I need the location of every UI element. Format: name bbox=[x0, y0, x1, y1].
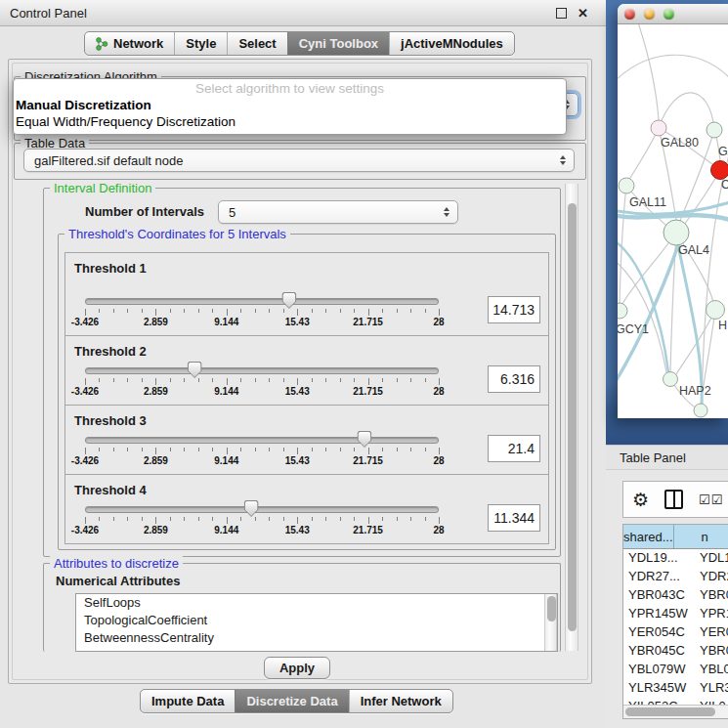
tick-label: 15.43 bbox=[285, 455, 310, 466]
threshold-4-slider-track[interactable] bbox=[85, 506, 439, 513]
table-row[interactable]: YLR345WYLR3 bbox=[623, 678, 728, 697]
table-row[interactable]: YDL19...YDL1 bbox=[623, 548, 728, 567]
network-node-hap2[interactable] bbox=[664, 372, 678, 387]
table-horizontal-scrollbar[interactable] bbox=[623, 705, 728, 718]
network-edge[interactable] bbox=[618, 245, 678, 386]
algorithm-option-equal-width-frequency-discretization[interactable]: Equal Width/Frequency Discretization bbox=[14, 113, 566, 130]
cell-shared-name[interactable]: YDR27... bbox=[623, 567, 692, 585]
threshold-2-slider-thumb[interactable] bbox=[188, 362, 202, 378]
tab-label: Impute Data bbox=[151, 694, 224, 708]
network-node-label: HAP2 bbox=[679, 384, 711, 398]
zoom-traffic-light-icon[interactable] bbox=[664, 9, 674, 20]
algorithm-option-manual-discretization[interactable]: Manual Discretization bbox=[14, 97, 566, 113]
tab-label: Network bbox=[113, 36, 163, 51]
tab-cyni-toolbox[interactable]: Cyni Toolbox bbox=[287, 32, 389, 55]
network-edge[interactable] bbox=[637, 24, 659, 120]
threshold-1-slider[interactable]: -3.4262.8599.14415.4321.71528 bbox=[85, 291, 439, 328]
table-row[interactable]: YER054CYER0 bbox=[623, 622, 728, 641]
table-row[interactable]: YBR043CYBR0 bbox=[623, 585, 728, 604]
threshold-3-slider-track[interactable] bbox=[85, 437, 439, 444]
tab-select[interactable]: Select bbox=[227, 32, 286, 55]
cell-shared-name[interactable]: YPR145W bbox=[623, 604, 692, 622]
threshold-4-slider[interactable]: -3.4262.8599.14415.4321.71528 bbox=[85, 499, 439, 536]
cell-shared-name[interactable]: YBL079W bbox=[623, 660, 692, 678]
network-node-right[interactable] bbox=[707, 301, 725, 320]
tab-impute-data[interactable]: Impute Data bbox=[141, 690, 235, 712]
tab-style[interactable]: Style bbox=[174, 32, 227, 55]
float-window-icon[interactable] bbox=[556, 8, 567, 19]
attributes-list-scrollbar-thumb[interactable] bbox=[547, 596, 556, 621]
split-view-icon[interactable] bbox=[664, 490, 683, 509]
network-node-gal11[interactable] bbox=[619, 178, 634, 193]
cell-name[interactable]: YPR1 bbox=[692, 604, 728, 622]
cell-name[interactable]: YDL1 bbox=[692, 548, 728, 567]
content-scrollbar[interactable] bbox=[565, 184, 578, 651]
close-traffic-light-icon[interactable] bbox=[624, 9, 635, 20]
tab-discretize-data[interactable]: Discretize Data bbox=[235, 690, 348, 712]
tab-network[interactable]: Network bbox=[85, 32, 174, 55]
tab-jactivemnodules[interactable]: jActiveMNodules bbox=[389, 32, 514, 55]
cell-shared-name[interactable]: YER054C bbox=[623, 622, 692, 641]
settings-gear-icon[interactable]: ⚙ bbox=[632, 491, 649, 509]
cell-shared-name[interactable]: YBR045C bbox=[623, 641, 692, 660]
threshold-4-value-field[interactable]: 11.344 bbox=[488, 504, 540, 532]
network-node-gcy1[interactable] bbox=[618, 303, 627, 319]
column-header-shared[interactable]: shared... bbox=[623, 525, 674, 548]
network-edge[interactable] bbox=[627, 128, 659, 183]
table-row[interactable]: YPR145WYPR1 bbox=[623, 604, 728, 622]
table-row[interactable]: YIL052CYIL0 bbox=[623, 697, 728, 705]
table-row[interactable]: YBL079WYBL0 bbox=[623, 660, 728, 678]
content-scrollbar-thumb[interactable] bbox=[568, 203, 577, 631]
threshold-3-slider[interactable]: -3.4262.8599.14415.4321.71528 bbox=[85, 430, 439, 467]
table-row[interactable]: YDR27...YDR2 bbox=[623, 567, 728, 585]
threshold-2-value-field[interactable]: 6.316 bbox=[488, 365, 540, 393]
attributes-list-scrollbar[interactable] bbox=[544, 594, 557, 651]
tab-label: Discretize Data bbox=[246, 694, 337, 708]
network-edge[interactable] bbox=[618, 215, 728, 220]
node-table: shared... n YDL19...YDL1YDR27...YDR2YBR0… bbox=[622, 524, 728, 719]
apply-button[interactable]: Apply bbox=[264, 657, 330, 679]
threshold-3-slider-thumb[interactable] bbox=[357, 431, 371, 448]
threshold-4-slider-thumb[interactable] bbox=[244, 500, 259, 517]
threshold-1-slider-track[interactable] bbox=[85, 298, 439, 305]
cell-name[interactable]: YER0 bbox=[692, 622, 728, 641]
cell-shared-name[interactable]: YDL19... bbox=[623, 548, 692, 567]
cell-name[interactable]: YBL0 bbox=[692, 660, 728, 678]
select-checkboxes-icon[interactable]: ☑☑ bbox=[699, 492, 723, 507]
tick-label: 21.715 bbox=[353, 317, 383, 327]
tick-label: -3.426 bbox=[71, 455, 99, 466]
cell-name[interactable]: YLR3 bbox=[692, 678, 728, 697]
network-node-bottom[interactable] bbox=[694, 404, 707, 417]
threshold-3-value-field[interactable]: 21.4 bbox=[488, 435, 540, 462]
network-canvas[interactable]: GAL80GACGAL11GAL4GCY1HHAP2 bbox=[618, 24, 728, 418]
table-horizontal-scrollbar-thumb[interactable] bbox=[625, 707, 715, 716]
tick-label: -3.426 bbox=[71, 317, 99, 327]
num-intervals-combo[interactable]: 5 bbox=[218, 200, 458, 224]
network-node-top-right[interactable] bbox=[707, 122, 722, 138]
network-edge[interactable] bbox=[618, 55, 728, 83]
cell-name[interactable]: YDR2 bbox=[692, 567, 728, 585]
attribute-item-selfloops[interactable]: SelfLoops bbox=[76, 594, 557, 612]
cell-name[interactable]: YBR0 bbox=[692, 585, 728, 604]
cell-shared-name[interactable]: YIL052C bbox=[623, 697, 692, 705]
attribute-item-topologicalcoefficient[interactable]: TopologicalCoefficient bbox=[76, 612, 557, 629]
minimize-traffic-light-icon[interactable] bbox=[644, 9, 655, 20]
threshold-1-slider-thumb[interactable] bbox=[281, 292, 296, 309]
network-node-pink[interactable] bbox=[651, 120, 666, 136]
table-row[interactable]: YBR045CYBR0 bbox=[623, 641, 728, 660]
cell-name[interactable]: YIL0 bbox=[692, 697, 726, 705]
cell-shared-name[interactable]: YBR043C bbox=[623, 585, 692, 604]
tab-infer-network[interactable]: Infer Network bbox=[349, 690, 452, 712]
cell-name[interactable]: YBR0 bbox=[692, 641, 728, 660]
attribute-item-betweennesscentrality[interactable]: BetweennessCentrality bbox=[76, 629, 557, 647]
cell-shared-name[interactable]: YLR345W bbox=[623, 678, 692, 697]
close-icon[interactable]: ✕ bbox=[578, 7, 588, 20]
network-node-gal4[interactable] bbox=[664, 220, 689, 245]
threshold-1-value-field[interactable]: 14.713 bbox=[488, 296, 540, 323]
network-edge[interactable] bbox=[659, 93, 714, 130]
column-header-name[interactable]: n bbox=[674, 525, 728, 548]
network-node-red[interactable] bbox=[711, 161, 728, 180]
table-data-combo[interactable]: galFiltered.sif default node bbox=[23, 149, 575, 172]
threshold-2-slider-track[interactable] bbox=[85, 367, 439, 374]
threshold-2-slider[interactable]: -3.4262.8599.14415.4321.71528 bbox=[85, 361, 439, 398]
